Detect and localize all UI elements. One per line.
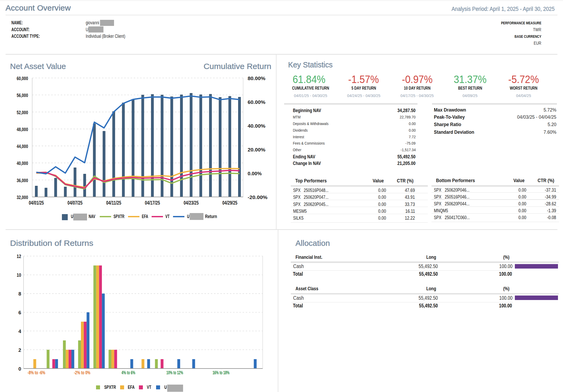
svg-text:48,000: 48,000 [17,127,28,132]
svg-text:10% to 12%: 10% to 12% [166,370,183,375]
svg-text:6: 6 [18,310,21,315]
svg-text:52,000: 52,000 [17,110,28,115]
svg-text:04/17/25: 04/17/25 [145,200,160,206]
svg-text:12: 12 [17,253,21,259]
svg-text:40.00%: 40.00% [248,123,265,129]
svg-text:40,000: 40,000 [17,160,28,166]
svg-text:60,000: 60,000 [17,76,28,81]
svg-text:2: 2 [18,347,21,353]
svg-text:04/23/25: 04/23/25 [184,200,199,206]
svg-text:60.00%: 60.00% [248,99,265,105]
svg-text:44,000: 44,000 [17,144,28,149]
svg-text:4% to 6%: 4% to 6% [121,370,135,375]
svg-text:04/29/25: 04/29/25 [222,200,237,206]
svg-text:32,000: 32,000 [17,195,28,200]
svg-text:-8% to -6%: -8% to -6% [28,370,45,375]
svg-text:04/01/25: 04/01/25 [29,200,44,206]
svg-text:8: 8 [18,291,21,297]
svg-text:20.00%: 20.00% [248,147,265,153]
svg-text:56,000: 56,000 [17,93,28,98]
svg-text:04/11/25: 04/11/25 [106,200,121,206]
svg-text:0.00%: 0.00% [248,171,262,176]
svg-text:04/07/25: 04/07/25 [67,200,83,206]
svg-text:-20.00%: -20.00% [248,195,267,200]
svg-text:10: 10 [17,272,21,278]
svg-text:16% to 18%: 16% to 18% [212,370,229,375]
svg-text:4: 4 [18,329,21,334]
svg-text:0: 0 [18,366,21,372]
svg-text:36,000: 36,000 [17,178,28,183]
svg-text:-2% to 0%: -2% to 0% [74,370,90,375]
